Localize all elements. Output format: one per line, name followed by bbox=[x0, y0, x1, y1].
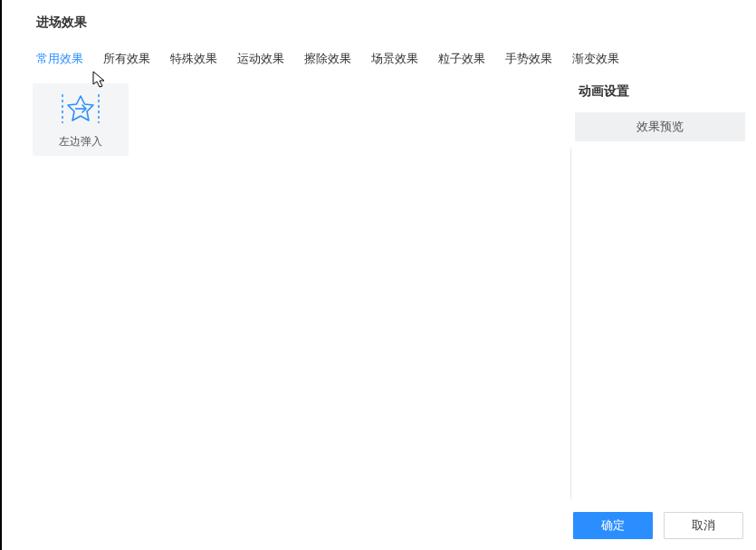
content-area: 左边弹入 动画设置 效果预览 bbox=[2, 67, 756, 156]
tab-scene[interactable]: 场景效果 bbox=[371, 51, 418, 67]
tab-common[interactable]: 常用效果 bbox=[36, 51, 83, 67]
cancel-button[interactable]: 取消 bbox=[664, 512, 743, 539]
tab-gesture[interactable]: 手势效果 bbox=[505, 51, 552, 67]
tab-special[interactable]: 特殊效果 bbox=[170, 51, 217, 67]
effect-label: 左边弹入 bbox=[59, 134, 102, 150]
tab-all[interactable]: 所有效果 bbox=[103, 51, 150, 67]
tab-motion[interactable]: 运动效果 bbox=[237, 51, 284, 67]
confirm-button[interactable]: 确定 bbox=[573, 512, 653, 539]
tab-wipe[interactable]: 擦除效果 bbox=[304, 51, 351, 67]
divider bbox=[570, 148, 571, 499]
footer: 确定 取消 bbox=[573, 512, 743, 539]
tab-particle[interactable]: 粒子效果 bbox=[438, 51, 485, 67]
star-enter-left-icon bbox=[61, 91, 100, 127]
preview-header: 效果预览 bbox=[575, 112, 745, 141]
effects-grid: 左边弹入 bbox=[33, 83, 575, 156]
dialog-title: 进场效果 bbox=[2, 0, 756, 31]
animation-settings-title: 动画设置 bbox=[575, 83, 743, 100]
tab-gradient[interactable]: 渐变效果 bbox=[572, 51, 619, 67]
tabs-container: 常用效果 所有效果 特殊效果 运动效果 擦除效果 场景效果 粒子效果 手势效果 … bbox=[2, 31, 756, 67]
effect-item-left-bounce-in[interactable]: 左边弹入 bbox=[33, 83, 129, 156]
side-panel: 动画设置 效果预览 bbox=[575, 83, 756, 156]
